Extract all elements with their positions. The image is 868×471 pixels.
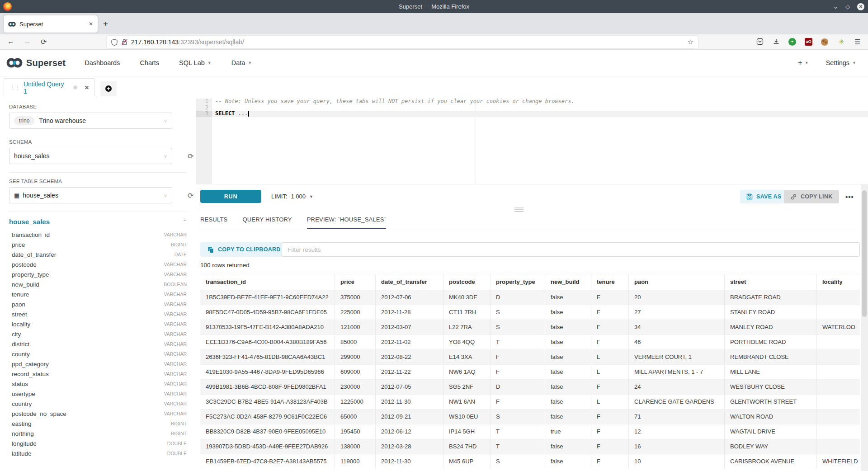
column-header-paon[interactable]: paon — [629, 274, 725, 290]
table-cell: F — [591, 290, 629, 305]
query-tab[interactable]: ⋮⋮ Untitled Query 1 ✕ — [4, 78, 95, 96]
results-tab[interactable]: QUERY HISTORY — [242, 216, 292, 229]
table-cell: 375000 — [335, 290, 376, 305]
superset-brand[interactable]: Superset — [6, 58, 66, 68]
window-maximize-icon[interactable]: ◇ — [845, 4, 850, 9]
column-type: VARCHAR — [164, 232, 187, 237]
table-cell: L — [591, 350, 629, 364]
table-cell: 2012-07-06 — [376, 290, 443, 305]
extension-asterisk-icon[interactable]: ✳ — [837, 38, 845, 46]
table-cell: 2012-11-02 — [376, 335, 443, 349]
column-type: VARCHAR — [164, 272, 187, 277]
settings-menu[interactable]: Settings▼ — [826, 59, 856, 66]
superset-navbar: Superset Dashboards Charts SQL Lab▼ Data… — [0, 50, 868, 76]
table-column-row: tenure VARCHAR — [12, 289, 187, 299]
column-header-property_type[interactable]: property_type — [491, 274, 545, 290]
run-button[interactable]: RUN — [200, 190, 261, 203]
column-header-transaction_id[interactable]: transaction_id — [200, 274, 335, 290]
more-options-button[interactable]: ••• — [845, 190, 854, 203]
menu-hamburger-icon[interactable]: ☰ — [854, 38, 862, 46]
limit-value: 1 000 — [291, 193, 306, 200]
limit-dropdown[interactable]: LIMIT: 1 000 ▼ — [271, 193, 313, 200]
table-cell: F — [491, 350, 545, 364]
column-header-tenure[interactable]: tenure — [591, 274, 629, 290]
reload-button[interactable]: ⟳ — [41, 38, 47, 46]
copy-to-clipboard-button[interactable]: COPY TO CLIPBOARD — [200, 242, 288, 257]
nav-sql-lab[interactable]: SQL Lab▼ — [179, 59, 212, 66]
column-header-date_of_transfer[interactable]: date_of_transfer — [376, 274, 443, 290]
cookie-extension-icon[interactable] — [821, 38, 828, 46]
table-cell: 3C3C29DC-B7B2-4BE5-914A-A38123AF403B — [200, 395, 335, 409]
refresh-schemas-icon[interactable]: ⟳ — [188, 152, 193, 160]
add-new-button[interactable]: +▼ — [798, 58, 809, 67]
table-column-row: ppd_category VARCHAR — [12, 359, 187, 369]
column-header-postcode[interactable]: postcode — [443, 274, 491, 290]
database-label: DATABASE — [9, 104, 196, 109]
filter-results-input[interactable] — [282, 242, 860, 257]
column-type: VARCHAR — [164, 331, 187, 337]
table-cell: 499B1981-3B6B-4BCD-808F-9FED9802BFA1 — [200, 380, 335, 394]
url-bar[interactable]: 217.160.120.143:32393/superset/sqllab/ ☆ — [107, 36, 698, 48]
copy-link-button[interactable]: COPY LINK — [784, 190, 839, 203]
table-cell: 121000 — [335, 320, 376, 334]
table-row: 2636F323-FF41-4765-81DB-98CAA6A43BC12990… — [200, 350, 860, 365]
table-row: EB1459EB-67ED-47C8-B2E7-A38143AB55751190… — [200, 454, 860, 469]
table-row: ECE1D376-C9A6-4C00-B004-A380B189FA568500… — [200, 335, 860, 350]
table-cell: 419E1030-9A55-4467-8DA9-9FED95D65966 — [200, 365, 335, 379]
column-name: property_type — [12, 271, 49, 278]
table-cell: 195450 — [335, 424, 376, 439]
add-query-tab-button[interactable] — [100, 81, 117, 96]
insecure-lock-icon[interactable] — [121, 39, 127, 46]
schema-select[interactable]: house_sales ∨ ⟳ — [9, 148, 172, 164]
save-as-button[interactable]: SAVE AS — [740, 190, 788, 203]
table-cell: PORTHOLME ROAD — [725, 335, 817, 349]
table-select[interactable]: ▦ house_sales ∨ ⟳ — [9, 187, 172, 203]
bookmark-star-icon[interactable]: ☆ — [688, 38, 693, 46]
browser-tab[interactable]: Superset ✕ — [4, 15, 98, 33]
database-type-pill: trino — [14, 116, 34, 125]
table-schema-title[interactable]: house_sales — [9, 218, 50, 226]
browser-toolbar: ← → ⟳ 217.160.120.143:32393/superset/sql… — [0, 34, 868, 50]
table-row: 499B1981-3B6B-4BCD-808F-9FED9802BFA12300… — [200, 380, 860, 395]
extension-green-icon[interactable]: ❧ — [788, 38, 796, 46]
column-name: transaction_id — [12, 231, 50, 238]
back-button[interactable]: ← — [7, 38, 14, 46]
ublock-icon[interactable]: uO — [805, 38, 812, 46]
window-close-icon[interactable]: ✕ — [857, 3, 864, 10]
query-tab-close-icon[interactable]: ✕ — [85, 85, 89, 91]
results-tab[interactable]: PREVIEW: `HOUSE_SALES` — [307, 216, 386, 229]
scrollbar-thumb[interactable] — [862, 190, 867, 317]
sql-editor[interactable]: 1 2 3 -- Note: Unless you save your quer… — [196, 99, 868, 184]
column-type: BIGINT — [171, 242, 187, 247]
column-header-street[interactable]: street — [725, 274, 817, 290]
new-tab-button[interactable]: + — [103, 19, 108, 28]
table-cell: 138000 — [335, 439, 376, 454]
nav-data[interactable]: Data▼ — [231, 59, 252, 66]
table-cell: T — [491, 424, 545, 439]
table-cell: CT11 7RH — [443, 305, 491, 320]
nav-charts[interactable]: Charts — [140, 59, 159, 66]
results-scrollbar[interactable] — [861, 184, 868, 471]
forward-button[interactable]: → — [24, 38, 31, 46]
nav-dashboards[interactable]: Dashboards — [85, 59, 120, 66]
column-type: VARCHAR — [164, 311, 187, 317]
column-header-price[interactable]: price — [335, 274, 376, 290]
tracking-shield-icon[interactable] — [111, 39, 118, 46]
chevron-down-icon: ∨ — [164, 118, 167, 124]
column-header-locality[interactable]: locality — [817, 274, 860, 290]
column-header-new_build[interactable]: new_build — [545, 274, 591, 290]
tab-close-icon[interactable]: ✕ — [89, 21, 93, 27]
pocket-icon[interactable] — [756, 38, 764, 46]
table-cell — [817, 305, 860, 320]
chevron-up-icon[interactable]: ⌃ — [183, 219, 187, 225]
window-minimize-icon[interactable]: ⌄ — [833, 4, 838, 9]
refresh-tables-icon[interactable]: ⟳ — [188, 191, 193, 200]
database-select[interactable]: trino Trino warehouse ∨ — [9, 113, 172, 129]
column-name: new_build — [12, 281, 39, 288]
table-cell: BODLEY WAY — [725, 439, 817, 454]
downloads-icon[interactable] — [772, 38, 780, 46]
drag-handle-icon[interactable]: ⋮⋮ — [9, 84, 19, 91]
screen: Superset — Mozilla Firefox ⌄ ◇ ✕ Superse… — [0, 0, 868, 471]
table-cell: E14 3XA — [443, 350, 491, 364]
results-tab[interactable]: RESULTS — [200, 216, 227, 229]
